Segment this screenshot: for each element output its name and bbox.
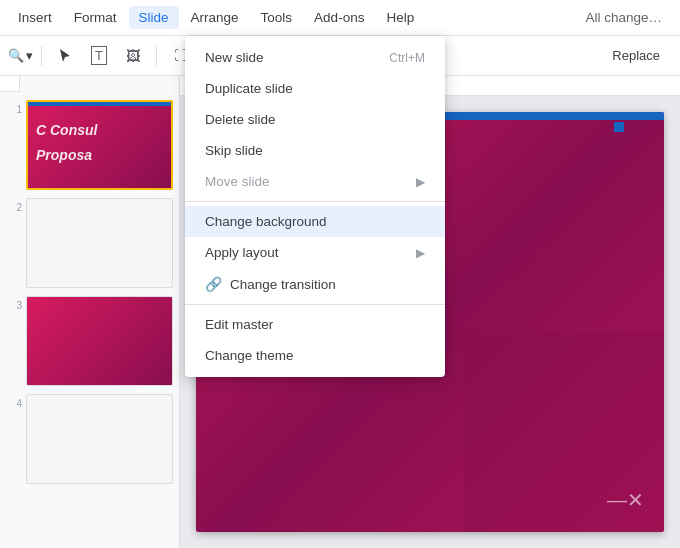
image-tool-icon: 🖼 (126, 48, 140, 64)
menu-addons[interactable]: Add-ons (304, 6, 374, 29)
apply-layout-label: Apply layout (205, 245, 279, 260)
change-theme-label: Change theme (205, 348, 294, 363)
menu-bar: Insert Format Slide Arrange Tools Add-on… (0, 0, 680, 36)
transition-link-icon: 🔗 (205, 276, 222, 292)
apply-layout-arrow-icon: ▶ (416, 246, 425, 260)
zoom-icon: 🔍 (8, 48, 24, 63)
menu-arrange[interactable]: Arrange (181, 6, 249, 29)
edit-master-label: Edit master (205, 317, 273, 332)
cursor-tool[interactable] (50, 41, 80, 71)
menu-item-skip-slide[interactable]: Skip slide (185, 135, 445, 166)
slide-number-1: 1 (6, 100, 22, 115)
toolbar-divider-1 (41, 46, 42, 66)
slide-number-4: 4 (6, 394, 22, 409)
selection-handle (614, 122, 624, 132)
menu-separator-1 (185, 201, 445, 202)
menu-tools[interactable]: Tools (251, 6, 303, 29)
menu-item-move-slide: Move slide ▶ (185, 166, 445, 197)
move-slide-label: Move slide (205, 174, 270, 189)
slide-thumbnail-2[interactable] (26, 198, 173, 288)
slide-panel: 1 C Consul Proposa 2 3 4 (0, 76, 180, 548)
menu-item-change-theme[interactable]: Change theme (185, 340, 445, 371)
skip-slide-label: Skip slide (205, 143, 263, 158)
menu-item-edit-master[interactable]: Edit master (185, 309, 445, 340)
duplicate-slide-label: Duplicate slide (205, 81, 293, 96)
text-tool[interactable]: T (84, 41, 114, 71)
replace-button[interactable]: Replace (600, 44, 672, 67)
slide-row-1: 1 C Consul Proposa (0, 96, 179, 194)
slide-row-2: 2 (0, 194, 179, 292)
menu-slide[interactable]: Slide (129, 6, 179, 29)
menu-item-change-background[interactable]: Change background (185, 206, 445, 237)
image-tool[interactable]: 🖼 (118, 41, 148, 71)
delete-slide-label: Delete slide (205, 112, 276, 127)
slide-row-3: 3 (0, 292, 179, 390)
menu-insert[interactable]: Insert (8, 6, 62, 29)
change-background-label: Change background (205, 214, 327, 229)
text-tool-icon: T (91, 46, 107, 65)
move-slide-arrow-icon: ▶ (416, 175, 425, 189)
menu-item-apply-layout[interactable]: Apply layout ▶ (185, 237, 445, 268)
slide-row-4: 4 (0, 390, 179, 488)
zoom-arrow: ▾ (26, 48, 33, 63)
zoom-control[interactable]: 🔍 ▾ (8, 48, 33, 63)
slide-number-3: 3 (6, 296, 22, 311)
menu-help[interactable]: Help (376, 6, 424, 29)
slide-number-2: 2 (6, 198, 22, 213)
menu-format[interactable]: Format (64, 6, 127, 29)
new-slide-shortcut: Ctrl+M (389, 51, 425, 65)
slide-image-overlay (464, 332, 664, 532)
change-transition-label: Change transition (230, 277, 336, 292)
menu-separator-2 (185, 304, 445, 305)
menu-item-delete-slide[interactable]: Delete slide (185, 104, 445, 135)
new-slide-label: New slide (205, 50, 264, 65)
slide-thumbnail-3[interactable] (26, 296, 173, 386)
slide-dropdown-menu: New slide Ctrl+M Duplicate slide Delete … (185, 36, 445, 377)
toolbar-divider-2 (156, 46, 157, 66)
slide-thumbnail-4[interactable] (26, 394, 173, 484)
menu-item-duplicate-slide[interactable]: Duplicate slide (185, 73, 445, 104)
cursor-icon (57, 48, 73, 64)
menu-item-new-slide[interactable]: New slide Ctrl+M (185, 42, 445, 73)
menu-all-changes[interactable]: All change… (575, 6, 672, 29)
slide-thumbnail-1[interactable]: C Consul Proposa (26, 100, 173, 190)
menu-item-change-transition[interactable]: 🔗 Change transition (185, 268, 445, 300)
